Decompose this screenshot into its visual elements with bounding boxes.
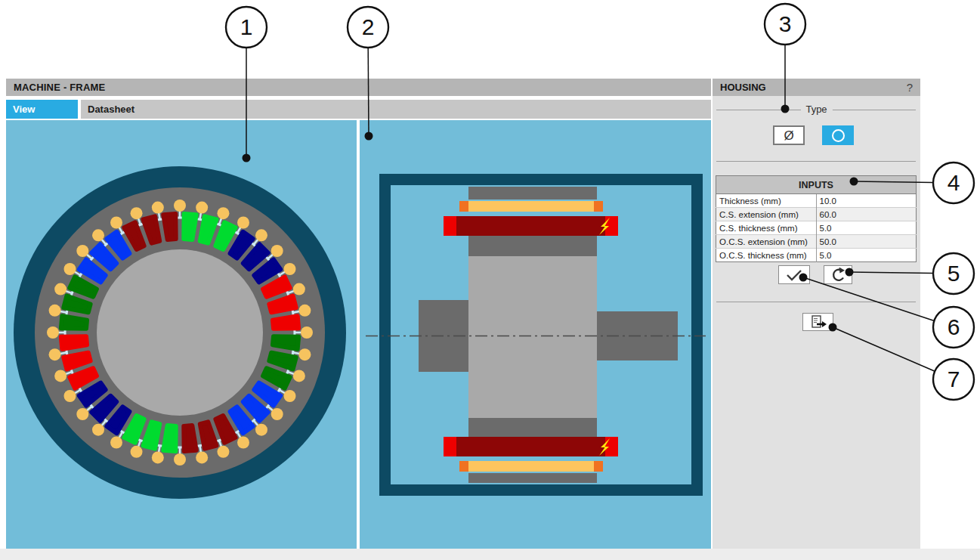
wedge-cap-right [594, 201, 603, 212]
rotor [97, 249, 263, 416]
winding-slot [61, 336, 87, 348]
row-label: O.C.S. extension (mm) [716, 235, 817, 249]
winding-cap-left [444, 437, 456, 456]
inputs-table: INPUTS Thickness (mm)10.0C.S. extension … [716, 175, 917, 262]
winding-dot [196, 451, 208, 463]
winding-cap-left [444, 216, 456, 236]
row-value-field[interactable]: 60.0 [816, 208, 917, 221]
winding-dot [255, 229, 267, 241]
winding-dot [298, 305, 311, 317]
row-value-field[interactable]: 5.0 [816, 221, 917, 235]
row-label: C.S. thickness (mm) [716, 221, 817, 235]
winding-dot [110, 217, 122, 229]
winding-dot [64, 390, 76, 402]
housing-panel-header: HOUSING ? [713, 79, 920, 96]
callout-number: 2 [362, 14, 375, 39]
winding-slot [163, 214, 175, 240]
housing-panel: HOUSING ? Type Ø INPUTS Thickness (mm)10… [713, 79, 920, 549]
type-option-none-button[interactable]: Ø [773, 125, 805, 145]
winding-dot [271, 408, 283, 420]
row-value-field[interactable]: 50.0 [816, 235, 917, 249]
table-row: Thickness (mm)10.0 [716, 194, 917, 208]
table-row: O.C.S. thickness (mm)5.0 [716, 249, 917, 262]
winding-dot [49, 305, 61, 317]
callout-circle [933, 162, 974, 203]
winding-slot [163, 425, 175, 451]
row-value-field[interactable]: 10.0 [816, 194, 917, 208]
axial-cross-section-drawing [360, 120, 711, 549]
winding-bar [444, 216, 618, 236]
apply-button[interactable] [778, 265, 810, 284]
winding-dot [76, 408, 88, 420]
radial-view-panel[interactable] [6, 120, 357, 549]
export-button[interactable] [802, 313, 833, 331]
undo-button[interactable] [824, 265, 852, 284]
section-divider [716, 302, 916, 302]
row-value-field[interactable]: 5.0 [816, 249, 917, 262]
window-title-bar: MACHINE - FRAME [6, 79, 711, 96]
tab-bar: View Datasheet [6, 100, 711, 119]
winding-slot [61, 316, 87, 328]
winding-dot [54, 283, 66, 295]
winding-dot [131, 207, 143, 219]
section-divider [716, 161, 916, 162]
callout-number: 7 [948, 367, 960, 391]
winding-dot [110, 436, 122, 448]
callout-number: 4 [948, 170, 960, 195]
winding-dot [152, 451, 164, 463]
circle-icon [832, 129, 845, 142]
table-row: O.C.S. extension (mm)50.0 [716, 235, 917, 249]
callout-circle [348, 7, 388, 48]
table-row: C.S. extension (mm)60.0 [716, 208, 917, 221]
wedge-bar [459, 461, 603, 472]
callout-number: 6 [948, 314, 960, 339]
callout-number: 1 [240, 14, 253, 39]
callout-number: 3 [779, 11, 792, 36]
winding-dot [92, 229, 104, 241]
slashed-circle-icon: Ø [784, 129, 793, 142]
winding-bar [444, 437, 618, 456]
callout-circle [933, 359, 974, 400]
winding-dot [54, 370, 66, 382]
winding-slot [273, 336, 298, 348]
radial-cross-section-drawing [6, 120, 357, 549]
callout-number: 5 [948, 261, 960, 286]
rotor-body [468, 256, 597, 418]
winding-dot [217, 207, 229, 219]
winding-dot [237, 217, 249, 229]
help-icon[interactable]: ? [907, 79, 913, 96]
tab-view[interactable]: View [6, 100, 78, 119]
callout-circle [933, 307, 974, 348]
winding-dot [47, 326, 59, 339]
winding-dot [152, 202, 164, 214]
callout-circle [226, 7, 267, 48]
winding-dot [196, 202, 208, 214]
winding-dot [64, 263, 76, 275]
tab-datasheet[interactable]: Datasheet [81, 100, 149, 119]
export-document-icon [808, 315, 828, 329]
window-title: MACHINE - FRAME [14, 82, 105, 93]
row-label: Thickness (mm) [716, 194, 817, 208]
row-label: O.C.S. thickness (mm) [716, 249, 817, 262]
winding-dot [293, 370, 305, 382]
winding-dot [49, 348, 61, 360]
type-option-circular-button[interactable] [822, 125, 854, 145]
callout-circle [933, 253, 974, 294]
type-legend: Type [800, 104, 832, 115]
winding-dot [301, 326, 313, 339]
winding-dot [174, 200, 186, 212]
winding-slot [184, 214, 196, 240]
winding-dot [293, 283, 305, 295]
wedge-cap-left [459, 201, 468, 212]
status-strip [0, 549, 980, 560]
winding-slot [273, 316, 298, 328]
winding-dot [217, 446, 229, 458]
inputs-table-header: INPUTS [716, 176, 917, 194]
table-row: C.S. thickness (mm)5.0 [716, 221, 917, 235]
wedge-cap-right [594, 461, 603, 472]
winding-dot [298, 348, 311, 360]
winding-dot [283, 263, 295, 275]
winding-dot [174, 453, 186, 466]
axial-view-panel[interactable] [360, 120, 711, 549]
winding-dot [255, 424, 267, 436]
